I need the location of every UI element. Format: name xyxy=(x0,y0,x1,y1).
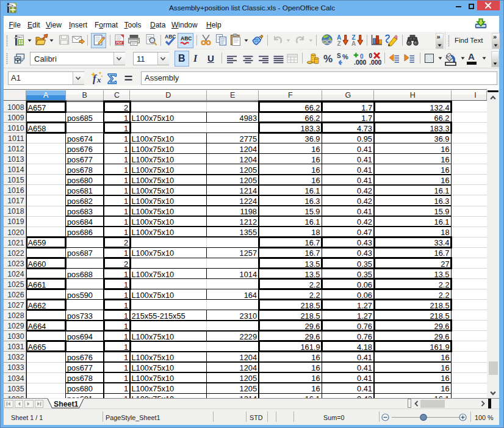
svg-text:PDF: PDF xyxy=(116,41,123,45)
svg-text:Z: Z xyxy=(352,34,356,41)
svg-text:ABC: ABC xyxy=(181,35,192,42)
svg-text:x: x xyxy=(96,75,101,84)
svg-text:A: A xyxy=(351,40,356,46)
svg-text:%: % xyxy=(342,53,348,60)
svg-text:.000: .000 xyxy=(369,59,381,66)
svg-text:.000: .000 xyxy=(354,59,366,66)
svg-text:S: S xyxy=(337,53,341,59)
svg-text:A: A xyxy=(337,34,341,41)
svg-text:Z: Z xyxy=(337,40,341,46)
